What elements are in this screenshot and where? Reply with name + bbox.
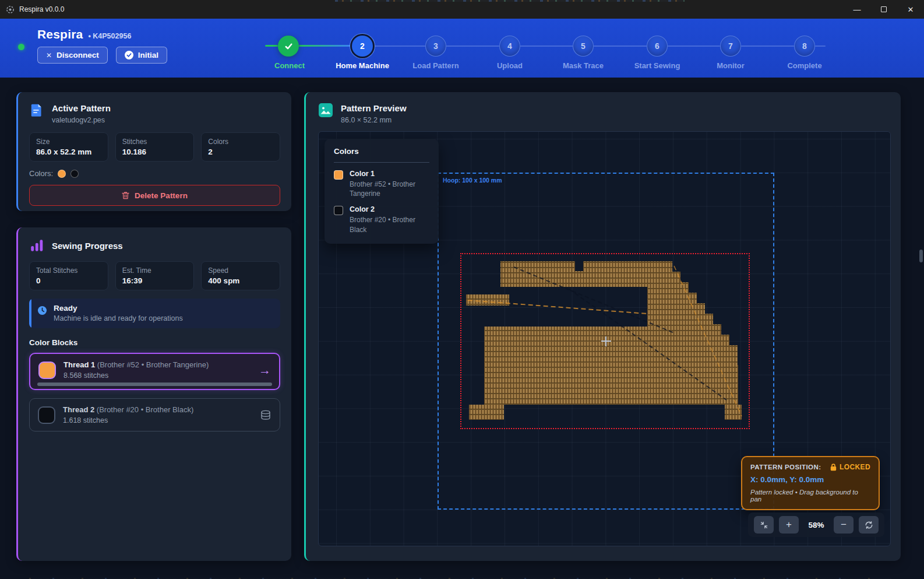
stat-stitches: Stitches 10.186 xyxy=(115,132,195,162)
stat-est-time: Est. Time 16:39 xyxy=(115,261,195,290)
zoom-out-button[interactable]: − xyxy=(834,516,854,534)
colors-legend-title: Colors xyxy=(334,147,429,156)
status-description: Machine is idle and ready for operations xyxy=(54,314,183,322)
step-home-machine[interactable]: 2 xyxy=(352,36,373,57)
stepper-connector xyxy=(373,45,425,47)
layers-stack-icon xyxy=(260,409,271,421)
zoom-level: 58% xyxy=(804,521,828,529)
pattern-position-overlay: PATTERN POSITION: LOCKED X: 0.0mm, Y: 0.… xyxy=(741,456,880,510)
delete-pattern-button[interactable]: Delete Pattern xyxy=(29,185,280,206)
colors-legend-panel: Colors Color 1 Brother #52 • Brother Tan… xyxy=(325,139,439,244)
stat-total-stitches: Total Stitches 0 xyxy=(29,261,108,290)
pattern-filename: valetudogv2.pes xyxy=(52,116,111,124)
connection-status-dot xyxy=(18,44,24,50)
lock-icon xyxy=(830,464,837,471)
header: Respira • K4P502956 ✕ Disconnect Initial xyxy=(0,19,924,78)
status-title: Ready xyxy=(54,304,183,313)
minimize-button[interactable]: — xyxy=(844,0,870,19)
fit-icon xyxy=(760,521,768,529)
legend-swatch-2 xyxy=(334,206,343,215)
colors-label: Colors: xyxy=(29,169,53,178)
stepper-connector xyxy=(299,45,352,47)
step-label-upload: Upload xyxy=(472,61,548,70)
reset-view-button[interactable] xyxy=(859,516,879,534)
active-pattern-card: Active Pattern valetudogv2.pes Size 86.0… xyxy=(16,92,291,211)
step-label-start-sewing: Start Sewing xyxy=(619,61,695,70)
app-window: Respira v0.0.0 — ✕ Respira • K4P502956 ✕… xyxy=(0,0,924,579)
step-monitor[interactable]: 7 xyxy=(720,36,741,57)
color-swatch-2 xyxy=(70,170,79,178)
step-connect[interactable] xyxy=(278,36,299,57)
pattern-preview-card: Pattern Preview 86.0 × 52.2 mm Hoop: 100… xyxy=(304,92,901,561)
maximize-button[interactable] xyxy=(870,0,897,19)
step-upload[interactable]: 4 xyxy=(499,36,520,57)
disconnect-button[interactable]: ✕ Disconnect xyxy=(37,47,108,64)
step-label-complete: Complete xyxy=(767,61,842,70)
scrollbar-thumb[interactable] xyxy=(919,250,923,262)
file-icon xyxy=(29,103,44,118)
stepper-connector xyxy=(520,45,573,47)
trash-icon xyxy=(122,191,129,199)
machine-serial: • K4P502956 xyxy=(88,32,131,40)
maximize-icon xyxy=(881,6,887,12)
step-complete[interactable]: 8 xyxy=(794,36,815,57)
window-title: Respira v0.0.0 xyxy=(19,5,64,13)
bar-chart-icon xyxy=(29,238,44,253)
thread-2-swatch xyxy=(38,406,55,424)
stat-colors: Colors 2 xyxy=(201,132,280,162)
close-button[interactable]: ✕ xyxy=(897,0,924,19)
image-icon xyxy=(318,103,333,118)
wizard-stepper: Connect 2 Home Machine 3 Load Pattern 4 … xyxy=(252,36,841,74)
locked-badge: LOCKED xyxy=(840,463,870,471)
titlebar: Respira v0.0.0 — ✕ xyxy=(0,0,924,19)
check-icon xyxy=(284,41,294,51)
thread-block-2[interactable]: Thread 2 (Brother #20 • Brother Black) 1… xyxy=(29,398,280,431)
legend-swatch-1 xyxy=(334,170,343,180)
step-label-mask-trace: Mask Trace xyxy=(545,61,621,70)
step-mask-trace[interactable]: 5 xyxy=(573,36,594,57)
legend-color-1: Color 1 Brother #52 • Brother Tangerine xyxy=(334,170,429,198)
thread-1-progress-bar xyxy=(37,383,272,386)
color-swatch-1 xyxy=(58,170,66,178)
refresh-icon xyxy=(865,521,873,529)
initial-button[interactable]: Initial xyxy=(116,47,167,64)
origin-crosshair xyxy=(605,336,606,346)
stepper-connector xyxy=(446,45,499,47)
step-load-pattern[interactable]: 3 xyxy=(425,36,446,57)
legend-color-2: Color 2 Brother #20 • Brother Black xyxy=(334,205,429,234)
clock-icon xyxy=(37,306,47,315)
stat-size: Size 86.0 x 52.2 mm xyxy=(29,132,108,162)
thread-block-1[interactable]: Thread 1 (Brother #52 • Brother Tangerin… xyxy=(29,353,280,390)
check-circle-icon xyxy=(125,51,133,59)
app-icon xyxy=(6,5,15,14)
step-label-monitor: Monitor xyxy=(693,61,768,70)
preview-canvas[interactable]: Hoop: 100 x 100 mm xyxy=(318,131,891,546)
fit-to-view-button[interactable] xyxy=(754,516,774,534)
step-label-connect: Connect xyxy=(252,61,327,70)
preview-title: Pattern Preview xyxy=(341,102,407,113)
step-label-home-machine: Home Machine xyxy=(325,61,400,70)
stepper-connector xyxy=(265,45,278,47)
machine-status-banner: Ready Machine is idle and ready for oper… xyxy=(29,299,280,328)
zoom-in-button[interactable]: + xyxy=(779,516,799,534)
stepper-connector xyxy=(594,45,647,47)
stepper-connector xyxy=(815,45,826,47)
close-x-icon: ✕ xyxy=(46,51,52,59)
position-hint: Pattern locked • Drag background to pan xyxy=(750,489,870,503)
app-name: Respira xyxy=(37,27,83,41)
preview-dimensions: 86.0 × 52.2 mm xyxy=(341,116,407,124)
position-label: PATTERN POSITION: xyxy=(750,464,821,471)
stepper-connector xyxy=(741,45,794,47)
stepper-connector xyxy=(668,45,720,47)
step-start-sewing[interactable]: 6 xyxy=(647,36,668,57)
stat-speed: Speed 400 spm xyxy=(201,261,280,290)
sewing-progress-title: Sewing Progress xyxy=(52,240,123,251)
screen-artifact xyxy=(335,0,685,2)
position-coordinates: X: 0.0mm, Y: 0.0mm xyxy=(750,475,870,484)
thread-1-swatch xyxy=(38,362,56,379)
zoom-toolbar: + 58% − xyxy=(748,513,884,537)
sewing-progress-card: Sewing Progress Total Stitches 0 Est. Ti… xyxy=(16,227,291,561)
active-pattern-title: Active Pattern xyxy=(52,102,111,113)
color-blocks-heading: Color Blocks xyxy=(29,338,280,347)
step-label-load-pattern: Load Pattern xyxy=(398,61,474,70)
